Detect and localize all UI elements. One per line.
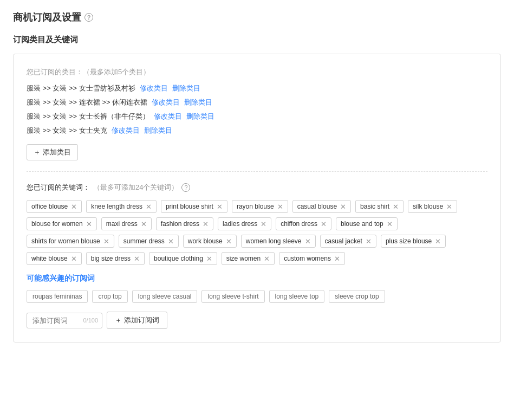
list-item: summer dress✕ xyxy=(119,235,179,248)
close-icon[interactable]: ✕ xyxy=(340,203,346,210)
tag-label: silk blouse xyxy=(413,203,443,210)
close-icon[interactable]: ✕ xyxy=(277,203,283,210)
list-item: casual blouse✕ xyxy=(292,200,351,213)
table-row: 服装 >> 女装 >> 女士夹克 修改类目 删除类目 xyxy=(27,126,487,135)
close-icon[interactable]: ✕ xyxy=(305,238,311,245)
close-icon[interactable]: ✕ xyxy=(264,255,270,262)
tag-label: basic shirt xyxy=(360,203,389,210)
table-row: 服装 >> 女装 >> 女士雪纺衫及村衫 修改类目 删除类目 xyxy=(27,83,487,93)
tag-label: casual jacket xyxy=(325,237,362,245)
edit-category-link-0[interactable]: 修改类目 xyxy=(140,83,168,93)
close-icon[interactable]: ✕ xyxy=(146,203,152,210)
list-item: basic shirt✕ xyxy=(355,200,404,213)
list-item: big size dress✕ xyxy=(86,252,145,265)
close-icon[interactable]: ✕ xyxy=(103,238,109,245)
delete-category-link-0[interactable]: 删除类目 xyxy=(172,83,200,93)
list-item[interactable]: long sleeve casual xyxy=(132,290,198,303)
tag-label: blouse for women xyxy=(31,220,83,228)
close-icon[interactable]: ✕ xyxy=(168,238,174,245)
edit-category-link-3[interactable]: 修改类目 xyxy=(112,126,140,135)
title-text: 商机订阅及设置 xyxy=(13,11,81,24)
category-text: 服装 >> 女装 >> 连衣裙 >> 休闲连衣裙 xyxy=(27,98,147,107)
list-item[interactable]: long sleeve top xyxy=(269,290,325,303)
close-icon[interactable]: ✕ xyxy=(393,203,399,210)
tag-label: fashion dress xyxy=(161,220,199,228)
tag-label: custom womens xyxy=(284,255,331,262)
suggest-tags-area: roupas femininascrop toplong sleeve casu… xyxy=(27,290,487,303)
close-icon[interactable]: ✕ xyxy=(446,203,452,210)
categories-label: 您已订阅的类目：（最多添加5个类目） xyxy=(27,67,487,77)
tag-label: work blouse xyxy=(188,237,223,245)
divider xyxy=(27,171,487,172)
close-icon[interactable]: ✕ xyxy=(86,221,92,228)
tag-label: rayon blouse xyxy=(237,203,274,210)
close-icon[interactable]: ✕ xyxy=(334,255,340,262)
close-icon[interactable]: ✕ xyxy=(366,238,372,245)
tag-label: office blouse xyxy=(31,203,68,210)
tag-label: summer dress xyxy=(123,237,165,245)
list-item: maxi dress✕ xyxy=(101,217,152,230)
char-count: 0/100 xyxy=(83,317,98,324)
tag-label: chiffon dress xyxy=(281,220,317,228)
keywords-header: 您已订阅的关键词： （最多可添加24个关键词） ? xyxy=(27,183,487,192)
list-item[interactable]: long sleeve t-shirt xyxy=(201,290,264,303)
list-item: boutique clothing✕ xyxy=(149,252,217,265)
tag-label: knee length dress xyxy=(91,203,142,210)
close-icon[interactable]: ✕ xyxy=(203,221,209,228)
close-icon[interactable]: ✕ xyxy=(206,255,212,262)
list-item: chiffon dress✕ xyxy=(276,217,331,230)
list-item: knee length dress✕ xyxy=(86,200,157,213)
category-text: 服装 >> 女装 >> 女士长裤（非牛仔类） xyxy=(27,112,149,121)
list-item[interactable]: crop top xyxy=(92,290,127,303)
close-icon[interactable]: ✕ xyxy=(134,255,140,262)
category-list: 服装 >> 女装 >> 女士雪纺衫及村衫 修改类目 删除类目 服装 >> 女装 … xyxy=(27,83,487,135)
list-item: silk blouse✕ xyxy=(408,200,457,213)
keyword-input-wrap: 0/100 xyxy=(27,313,102,328)
main-card: 您已订阅的类目：（最多添加5个类目） 服装 >> 女装 >> 女士雪纺衫及村衫 … xyxy=(13,54,501,343)
close-icon[interactable]: ✕ xyxy=(435,238,441,245)
close-icon[interactable]: ✕ xyxy=(321,221,327,228)
tag-label: size women xyxy=(226,255,261,262)
edit-category-link-2[interactable]: 修改类目 xyxy=(154,112,182,121)
delete-category-link-3[interactable]: 删除类目 xyxy=(144,126,172,135)
delete-category-link-1[interactable]: 删除类目 xyxy=(184,98,212,107)
keywords-help-icon[interactable]: ? xyxy=(181,183,190,192)
category-text: 服装 >> 女装 >> 女士夹克 xyxy=(27,126,107,135)
add-keyword-button[interactable]: ＋ 添加订阅词 xyxy=(107,312,167,329)
section-title: 订阅类目及关键词 xyxy=(13,35,501,45)
list-item: work blouse✕ xyxy=(183,235,237,248)
close-icon[interactable]: ✕ xyxy=(387,221,393,228)
list-item: fashion dress✕ xyxy=(156,217,213,230)
list-item: custom womens✕ xyxy=(279,252,345,265)
add-category-button[interactable]: ＋ 添加类目 xyxy=(27,144,78,160)
close-icon[interactable]: ✕ xyxy=(217,203,223,210)
tag-label: white blouse xyxy=(31,255,68,262)
help-icon[interactable]: ? xyxy=(84,13,93,22)
list-item[interactable]: sleeve crop top xyxy=(329,290,385,303)
tag-label: casual blouse xyxy=(297,203,337,210)
delete-category-link-2[interactable]: 删除类目 xyxy=(186,112,214,121)
list-item: office blouse✕ xyxy=(27,200,82,213)
edit-category-link-1[interactable]: 修改类目 xyxy=(152,98,180,107)
tag-label: blouse and top xyxy=(341,220,383,228)
list-item: blouse for women✕ xyxy=(27,217,97,230)
page-title: 商机订阅及设置 ? xyxy=(13,11,501,24)
close-icon[interactable]: ✕ xyxy=(226,238,232,245)
close-icon[interactable]: ✕ xyxy=(141,221,147,228)
list-item: shirts for women blouse✕ xyxy=(27,235,114,248)
list-item: print blouse shirt✕ xyxy=(161,200,227,213)
suggest-title: 可能感兴趣的订阅词 xyxy=(27,274,487,283)
add-keyword-row: 0/100 ＋ 添加订阅词 xyxy=(27,312,487,329)
list-item: women long sleeve✕ xyxy=(241,235,316,248)
keyword-tags-area: office blouse✕knee length dress✕print bl… xyxy=(27,200,487,265)
close-icon[interactable]: ✕ xyxy=(261,221,266,228)
tag-label: women long sleeve xyxy=(246,237,302,245)
close-icon[interactable]: ✕ xyxy=(71,255,77,262)
list-item: ladies dress✕ xyxy=(218,217,271,230)
close-icon[interactable]: ✕ xyxy=(71,203,77,210)
list-item[interactable]: roupas femininas xyxy=(27,290,88,303)
tag-label: shirts for women blouse xyxy=(31,237,100,245)
list-item: plus size blouse✕ xyxy=(381,235,446,248)
tag-label: maxi dress xyxy=(106,220,138,228)
table-row: 服装 >> 女装 >> 女士长裤（非牛仔类） 修改类目 删除类目 xyxy=(27,112,487,121)
